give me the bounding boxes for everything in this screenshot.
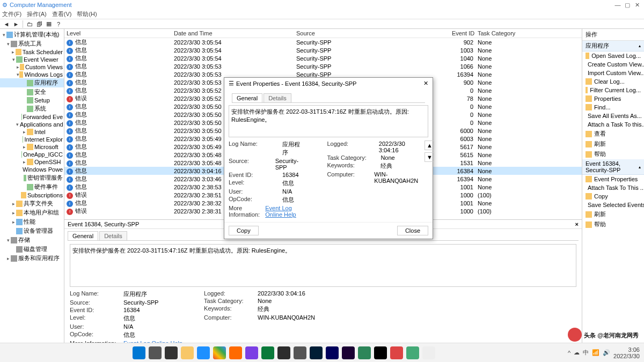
tray-ime-icon[interactable]: 中	[583, 349, 589, 357]
back-icon[interactable]: ◄	[2, 20, 11, 28]
action-item[interactable]: Find...	[582, 103, 644, 112]
tree-device-manager[interactable]: 设备管理器	[24, 227, 53, 235]
tray-date[interactable]: 2022/3/30	[613, 353, 640, 359]
tray-network-icon[interactable]: ☁	[574, 349, 580, 356]
tree-performance[interactable]: 性能	[24, 218, 35, 226]
prev-event-button[interactable]: ▲	[425, 141, 434, 150]
copy-button[interactable]: Copy	[229, 226, 259, 235]
tray-volume-icon[interactable]: 🔊	[603, 349, 610, 356]
app-icon[interactable]	[358, 346, 371, 359]
tree-disk-mgmt[interactable]: 磁盘管理	[24, 245, 47, 253]
tree-oneapp[interactable]: OneApp_IGCC	[23, 151, 63, 158]
action-item[interactable]: 帮助	[582, 149, 644, 159]
tray-wifi-icon[interactable]: 📶	[592, 349, 599, 356]
action-item[interactable]: Attach Task To This ...	[582, 183, 644, 192]
minimize-button[interactable]: —	[613, 2, 623, 8]
dialog-tab-details[interactable]: Details	[264, 93, 291, 102]
action-item[interactable]: 查看	[582, 129, 644, 139]
action-item[interactable]: Copy	[582, 192, 644, 201]
aftereffects-icon[interactable]	[342, 346, 355, 359]
app-icon[interactable]	[261, 346, 274, 359]
tree-microsoft[interactable]: Microsoft	[34, 144, 58, 150]
col-source[interactable]: Source	[294, 29, 450, 38]
tree-winpowe[interactable]: Windows Powe	[23, 166, 63, 173]
navigation-tree[interactable]: ▾计算机管理(本地) ▾系统工具 ▸Task Scheduler ▾Event …	[0, 29, 64, 343]
dialog-tab-general[interactable]: General	[232, 93, 262, 102]
menu-file[interactable]: 文件(F)	[2, 10, 21, 18]
tree-forwarded-events[interactable]: Forwarded Eve	[23, 114, 63, 120]
edge-icon[interactable]	[197, 346, 210, 359]
tray-time[interactable]: 3:06	[613, 346, 640, 353]
col-level[interactable]: Level	[64, 29, 172, 38]
search-icon[interactable]	[149, 346, 162, 359]
start-button[interactable]	[133, 346, 145, 359]
tree-subscriptions[interactable]: Subscriptions	[27, 192, 63, 198]
action-item[interactable]: Event Properties	[582, 175, 644, 183]
firefox-icon[interactable]	[229, 346, 242, 359]
app-icon[interactable]	[277, 346, 290, 359]
dialog-link-online-help[interactable]: Event Log Online Help	[265, 205, 305, 218]
app-icon[interactable]	[374, 346, 387, 359]
taskview-icon[interactable]	[165, 346, 178, 359]
explorer-icon[interactable]	[181, 346, 194, 359]
tree-apps-services[interactable]: Applications and S	[20, 121, 64, 128]
tree-local-users[interactable]: 本地用户和组	[24, 209, 59, 217]
tree-hardware[interactable]: 硬件事件	[34, 183, 58, 191]
action-item[interactable]: 帮助	[582, 219, 644, 230]
menu-help[interactable]: 帮助(H)	[77, 10, 97, 18]
tree-event-viewer[interactable]: Event Viewer	[24, 56, 58, 63]
next-event-button[interactable]: ▼	[425, 152, 434, 162]
action-item[interactable]: Clear Log...	[582, 77, 644, 86]
action-item[interactable]: Open Saved Log...	[582, 51, 644, 60]
maximize-button[interactable]: ▢	[623, 2, 632, 9]
tree-services[interactable]: 服务和应用程序	[18, 254, 60, 262]
tree-shared-folders[interactable]: 共享文件夹	[24, 200, 53, 208]
tree-system-log[interactable]: 系统	[34, 105, 46, 113]
toolbar-icon[interactable]: ▦	[45, 20, 53, 28]
help-icon[interactable]: ?	[54, 20, 63, 28]
tree-security-log[interactable]: 安全	[34, 88, 46, 96]
tree-ie[interactable]: Internet Explor	[24, 136, 63, 143]
premiere-icon[interactable]	[326, 346, 339, 359]
tree-keymgmt[interactable]: 密钥管理服务	[27, 174, 63, 182]
chrome-icon[interactable]	[213, 346, 226, 359]
tree-system-tools[interactable]: 系统工具	[18, 40, 42, 48]
action-item[interactable]: 刷新	[582, 139, 644, 149]
action-item[interactable]: Create Custom View...	[582, 60, 644, 69]
action-item[interactable]: Save Selected Events...	[582, 201, 644, 209]
action-item[interactable]: Properties	[582, 94, 644, 103]
tree-storage[interactable]: 存储	[18, 236, 30, 244]
photoshop-icon[interactable]	[310, 346, 323, 359]
action-item[interactable]: Import Custom View...	[582, 69, 644, 77]
tree-application-log[interactable]: 应用程序	[34, 79, 58, 87]
col-eventid[interactable]: Event ID	[450, 29, 475, 38]
tab-general[interactable]: General	[68, 231, 98, 240]
tree-openssh[interactable]: OpenSSH	[34, 159, 61, 165]
tree-task-scheduler[interactable]: Task Scheduler	[23, 49, 63, 55]
menu-view[interactable]: 查看(V)	[52, 10, 72, 18]
menu-action[interactable]: 操作(A)	[27, 10, 47, 18]
action-item[interactable]: Save All Events As...	[582, 112, 644, 120]
col-date[interactable]: Date and Time	[172, 29, 294, 38]
col-task[interactable]: Task Category	[475, 29, 582, 38]
app-icon[interactable]	[245, 346, 258, 359]
tray-chevron-icon[interactable]: ^	[568, 350, 570, 356]
action-item[interactable]: Filter Current Log...	[582, 86, 644, 94]
toolbar-icon[interactable]: 🗐	[35, 20, 43, 28]
close-icon[interactable]: ×	[575, 221, 579, 227]
close-button[interactable]: ✕	[632, 2, 642, 9]
tree-custom-views[interactable]: Custom Views	[25, 64, 63, 70]
tree-intel[interactable]: Intel	[34, 129, 46, 135]
toolbar-icon[interactable]: 🗀	[25, 20, 34, 28]
app-icon[interactable]	[390, 346, 403, 359]
computer-management-icon[interactable]	[422, 346, 435, 359]
dialog-close-icon[interactable]: ✕	[423, 80, 428, 87]
app-icon[interactable]	[294, 346, 306, 359]
action-item[interactable]: Attach a Task To this...	[582, 120, 644, 129]
close-button[interactable]: Close	[397, 226, 428, 235]
system-tray[interactable]: ^ ☁ 中 📶 🔊 3:06 2022/3/30	[568, 346, 644, 359]
app-icon[interactable]	[406, 346, 419, 359]
forward-icon[interactable]: ►	[12, 20, 20, 28]
tree-setup-log[interactable]: Setup	[34, 97, 50, 104]
taskbar[interactable]: ^ ☁ 中 📶 🔊 3:06 2022/3/30	[0, 343, 644, 362]
